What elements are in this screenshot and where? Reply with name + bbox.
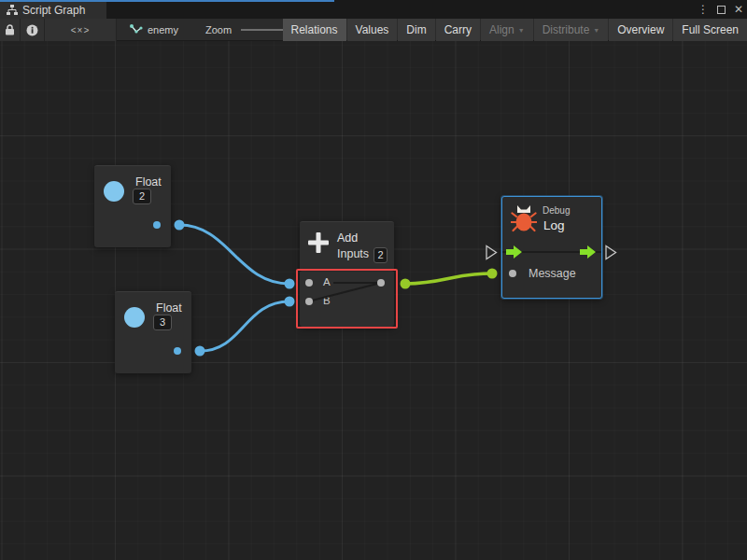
wire-endpoint[interactable] (487, 269, 498, 279)
float-value-input[interactable]: 3 (153, 315, 172, 330)
close-icon[interactable]: ✕ (734, 2, 743, 17)
overview-button[interactable]: Overview (609, 19, 672, 41)
float-literal-icon (104, 181, 124, 202)
plus-icon (308, 232, 329, 253)
inputs-label: Inputs (337, 247, 369, 260)
port-a-label: A (323, 276, 331, 287)
chevron-down-icon: ▼ (593, 27, 599, 34)
toolbar-buttons: Relations Values Dim Carry Align ▼ Distr… (283, 19, 747, 41)
float-node-a[interactable]: Float 2 (94, 165, 171, 247)
port-message-input[interactable] (509, 270, 516, 277)
port-add-a-input[interactable] (305, 279, 313, 287)
float-node-b[interactable]: Float 3 (115, 291, 191, 373)
wire-add-to-message[interactable] (405, 273, 492, 284)
chevron-down-icon: ▼ (518, 27, 525, 34)
menu-icon[interactable]: ⋮ (698, 2, 709, 17)
node-title: Float (135, 175, 162, 189)
title-bar: Script Graph ⋮ ✕ (0, 0, 747, 19)
graph-breadcrumb[interactable]: enemy (129, 19, 178, 41)
inputs-count-input[interactable]: 2 (374, 247, 388, 263)
script-graph-asset-icon (129, 23, 143, 36)
info-icon (26, 24, 38, 36)
lock-icon (5, 24, 15, 35)
wire-endpoint[interactable] (401, 279, 411, 289)
info-button[interactable] (21, 19, 45, 41)
distribute-button[interactable]: Distribute ▼ (534, 19, 609, 41)
edit-script-button[interactable]: <×> (45, 19, 117, 41)
float-value-input[interactable]: 2 (133, 189, 151, 204)
wire-endpoint[interactable] (285, 297, 295, 307)
tab-title: Script Graph (22, 4, 85, 17)
port-float-a-output[interactable] (153, 221, 161, 229)
graph-canvas[interactable]: Float 2 Float 3 Add Inputs 2 A B (0, 41, 747, 560)
script-graph-window: Script Graph ⋮ ✕ <×> (0, 0, 747, 560)
port-b-label: B (323, 295, 331, 306)
dim-button[interactable]: Dim (398, 19, 434, 41)
graph-hierarchy-icon (7, 5, 18, 16)
node-title: Float (156, 301, 182, 315)
values-button[interactable]: Values (347, 19, 398, 41)
graph-toolbar: <×> enemy Zoom 1x Relations Values (0, 19, 747, 41)
full-screen-button[interactable]: Full Screen (673, 19, 747, 41)
node-category: Debug (543, 205, 570, 216)
add-node-header[interactable]: Add Inputs 2 (300, 221, 394, 272)
port-float-b-output[interactable] (174, 347, 181, 355)
message-port-label: Message (529, 267, 576, 280)
port-add-output[interactable] (377, 279, 385, 287)
wire-endpoint[interactable] (175, 220, 185, 231)
lock-button[interactable] (0, 19, 21, 41)
float-literal-icon (124, 307, 145, 328)
relations-button[interactable]: Relations (283, 19, 346, 41)
code-icon: <×> (71, 25, 91, 35)
wire-float-b-to-add-b[interactable] (200, 301, 289, 351)
node-title: Log (543, 218, 565, 232)
flow-output-triangle-icon[interactable] (606, 246, 616, 259)
graph-name: enemy (148, 24, 178, 35)
wire-endpoint[interactable] (285, 279, 295, 289)
align-button[interactable]: Align ▼ (481, 19, 533, 41)
zoom-label: Zoom (205, 24, 232, 35)
port-add-b-input[interactable] (305, 298, 313, 305)
wire-endpoint[interactable] (195, 346, 205, 357)
window-controls: ⋮ ✕ (698, 2, 743, 17)
carry-button[interactable]: Carry (436, 19, 480, 41)
flow-input-triangle-icon[interactable] (486, 246, 497, 259)
wire-float-a-to-add-a[interactable] (179, 225, 289, 284)
maximize-icon[interactable] (717, 6, 726, 14)
node-title: Add (337, 231, 358, 245)
bug-icon (511, 204, 537, 236)
tab-script-graph[interactable]: Script Graph (0, 2, 106, 19)
